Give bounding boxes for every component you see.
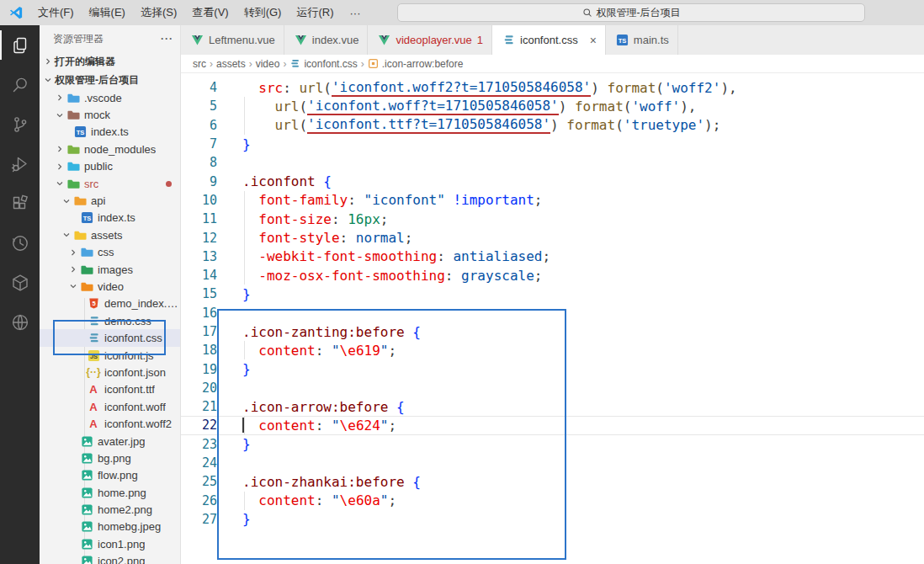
menu-item[interactable]: 查看(V) [184, 0, 236, 25]
code-line-11[interactable]: 11 font-size: 16px; [181, 210, 924, 228]
code-line-14[interactable]: 14 -moz-osx-font-smoothing: grayscale; [181, 266, 924, 285]
tree-item-.vscode[interactable]: .vscode [40, 89, 180, 106]
tree-item-home2.png[interactable]: home2.png [40, 501, 180, 518]
activitybar-extensions[interactable] [0, 184, 40, 223]
project-root-section[interactable]: 权限管理-后台项目 [40, 71, 180, 89]
tree-item-icon2.png[interactable]: icon2.png [40, 553, 180, 564]
activity-bar [0, 25, 40, 564]
menu-item[interactable]: 文件(F) [30, 0, 82, 25]
activitybar-explorer[interactable] [0, 25, 40, 65]
tree-item-index.ts[interactable]: TSindex.ts [40, 210, 180, 226]
breadcrumb[interactable]: src›assets›video›iconfont.css›.icon-arro… [181, 55, 924, 73]
tree-item-index.ts[interactable]: TSindex.ts [40, 124, 180, 141]
code-line-6[interactable]: 6 url('iconfont.ttf?t=1710505846058') fo… [181, 116, 924, 135]
code-line-27[interactable]: 27} [181, 510, 924, 529]
image-file-icon [80, 486, 93, 499]
tree-item-demo.css[interactable]: demo.css [40, 312, 180, 329]
code-line-24[interactable]: 24 [181, 454, 924, 472]
breadcrumb-item-assets[interactable]: assets [216, 58, 246, 70]
code-line-content [233, 153, 242, 172]
line-number: 11 [181, 211, 233, 226]
tree-item-avater.jpg[interactable]: avater.jpg [40, 433, 180, 450]
code-line-18[interactable]: 18 content: "\e619"; [181, 341, 924, 359]
code-editor[interactable]: 4 src: url('iconfont.woff2?t=17105058460… [181, 73, 924, 564]
tree-item-label: iconfont.json [104, 366, 166, 379]
menu-item[interactable]: 编辑(E) [82, 0, 133, 25]
code-line-15[interactable]: 15} [181, 285, 924, 303]
breadcrumb-item-iconfont.css[interactable]: iconfont.css [304, 58, 357, 70]
tree-item-iconfont.woff[interactable]: Aiconfont.woff [40, 398, 180, 415]
activitybar-history[interactable] [0, 223, 40, 263]
code-line-26[interactable]: 26 content: "\e60a"; [181, 492, 924, 510]
code-line-25[interactable]: 25.icon-zhankai:before { [181, 472, 924, 491]
breadcrumb-item-video[interactable]: video [256, 58, 280, 70]
tree-item-node-modules[interactable]: node_modules [40, 141, 180, 157]
code-line-9[interactable]: 9.iconfont { [181, 172, 924, 190]
code-line-13[interactable]: 13 -webkit-font-smoothing: antialiased; [181, 247, 924, 266]
code-line-21[interactable]: 21.icon-arrow:before { [181, 397, 924, 416]
menu-item[interactable]: 选择(S) [133, 0, 184, 25]
tab-videoplayer.vue[interactable]: videoplayer.vue 1 [368, 25, 492, 55]
code-line-8[interactable]: 8 [181, 153, 924, 172]
code-line-10[interactable]: 10 font-family: "iconfont" !important; [181, 191, 924, 210]
command-center-search[interactable]: 权限管理-后台项目 [397, 3, 865, 22]
chevron-down-icon [60, 230, 73, 240]
activitybar-run-debug[interactable] [0, 144, 40, 184]
tab-index.vue[interactable]: index.vue [284, 25, 369, 55]
tree-item-api[interactable]: api [40, 192, 180, 209]
tab-Leftmenu.vue[interactable]: Leftmenu.vue [181, 25, 284, 55]
menu-item[interactable]: 转到(G) [236, 0, 289, 25]
breadcrumb-separator: › [361, 58, 364, 70]
breadcrumb-item-.icon-arrow-before[interactable]: .icon-arrow:before [382, 58, 464, 70]
tree-item-images[interactable]: images [40, 261, 180, 278]
tree-item-iconfont.css[interactable]: iconfont.css [40, 329, 180, 346]
code-line-20[interactable]: 20 [181, 379, 924, 397]
activitybar-package[interactable] [0, 263, 40, 302]
open-editors-section[interactable]: 打开的编辑器 [40, 52, 180, 71]
activitybar-source-control[interactable] [0, 104, 40, 144]
code-line-17[interactable]: 17.icon-zanting:before { [181, 322, 924, 341]
code-line-16[interactable]: 16 [181, 304, 924, 322]
tree-item-iconfont.ttf[interactable]: Aiconfont.ttf [40, 381, 180, 398]
tab-iconfont.css[interactable]: iconfont.css× [492, 25, 606, 55]
tree-item-icon1.png[interactable]: icon1.png [40, 535, 180, 552]
json-file-icon: {··} [87, 365, 100, 379]
tree-item-iconfont.json[interactable]: {··}iconfont.json [40, 364, 180, 380]
tree-item-flow.png[interactable]: flow.png [40, 467, 180, 484]
close-icon[interactable]: × [590, 34, 597, 47]
menu-item[interactable]: 运行(R) [289, 0, 341, 25]
tree-item-homebg.jpeg[interactable]: homebg.jpeg [40, 519, 180, 535]
tree-item-public[interactable]: public [40, 158, 180, 175]
code-line-19[interactable]: 19} [181, 359, 924, 378]
folder-icon [66, 109, 80, 122]
tree-item-label: iconfont.ttf [104, 383, 155, 396]
code-line-12[interactable]: 12 font-style: normal; [181, 228, 924, 247]
title-bar: 文件(F)编辑(E)选择(S)查看(V)转到(G)运行(R) ··· ← → 权… [0, 0, 924, 25]
code-line-5[interactable]: 5 url('iconfont.woff?t=1710505846058') f… [181, 97, 924, 115]
explorer-icon [10, 35, 30, 56]
code-line-7[interactable]: 7} [181, 135, 924, 153]
tree-item-bg.png[interactable]: bg.png [40, 450, 180, 466]
tree-item-iconfont.js[interactable]: JSiconfont.js [40, 347, 180, 364]
line-number: 8 [181, 155, 233, 170]
menu-more-button[interactable]: ··· [341, 7, 369, 19]
activitybar-search[interactable] [0, 65, 40, 104]
tab-main.ts[interactable]: TSmain.ts [606, 25, 678, 55]
code-line-content: content: "\e624"; [233, 416, 396, 434]
tree-item-iconfont.woff2[interactable]: Aiconfont.woff2 [40, 415, 180, 432]
tree-item-mock[interactable]: mock [40, 106, 180, 123]
tree-item-label: mock [84, 109, 110, 121]
code-line-22[interactable]: 22 content: "\e624"; [181, 416, 924, 434]
tree-item-home.png[interactable]: home.png [40, 484, 180, 501]
tree-item-video[interactable]: video [40, 278, 180, 295]
tree-item-assets[interactable]: assets [40, 226, 180, 243]
tree-item-src[interactable]: src [40, 175, 180, 192]
tree-item-demo-index.ht...[interactable]: 5demo_index.ht... [40, 295, 180, 312]
tree-item-css[interactable]: css [40, 244, 180, 261]
code-line-4[interactable]: 4 src: url('iconfont.woff2?t=17105058460… [181, 78, 924, 97]
code-line-23[interactable]: 23} [181, 435, 924, 454]
activitybar-globe[interactable] [0, 302, 40, 342]
breadcrumb-item-src[interactable]: src [193, 58, 206, 70]
line-number: 26 [181, 493, 233, 508]
explorer-more-button[interactable]: ··· [161, 33, 173, 45]
